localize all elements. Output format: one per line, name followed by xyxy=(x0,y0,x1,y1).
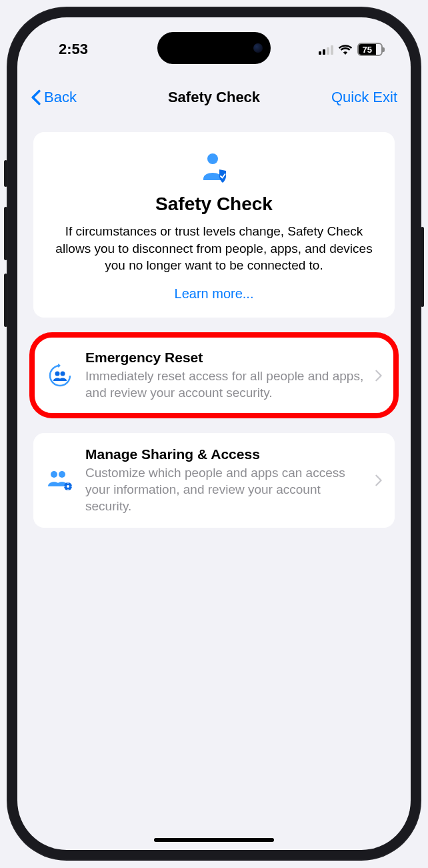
chevron-right-icon xyxy=(375,370,383,382)
svg-point-0 xyxy=(207,153,218,164)
cellular-signal-icon xyxy=(319,45,333,55)
battery-icon: 75 xyxy=(357,43,383,56)
emergency-reset-option[interactable]: Emergency Reset Immediately reset access… xyxy=(33,336,395,414)
chevron-left-icon xyxy=(31,89,41,105)
option-title: Manage Sharing & Access xyxy=(85,446,364,462)
power-button xyxy=(421,227,424,307)
svg-point-3 xyxy=(51,471,57,478)
safety-check-icon xyxy=(49,151,379,185)
manage-sharing-icon xyxy=(45,468,75,493)
wifi-icon xyxy=(338,44,353,55)
svg-point-6 xyxy=(67,485,69,488)
option-title: Emergency Reset xyxy=(85,350,364,366)
svg-point-1 xyxy=(55,371,60,376)
back-button[interactable]: Back xyxy=(31,89,77,106)
back-label: Back xyxy=(44,89,77,106)
home-indicator[interactable] xyxy=(154,838,274,842)
svg-point-2 xyxy=(61,371,65,376)
navigation-bar: Back Safety Check Quick Exit xyxy=(17,79,411,116)
option-description: Immediately reset access for all people … xyxy=(85,368,364,401)
emergency-reset-icon xyxy=(45,362,75,390)
phone-frame: 2:53 75 Back xyxy=(7,7,421,861)
battery-level: 75 xyxy=(359,44,376,55)
screen: 2:53 75 Back xyxy=(17,17,411,850)
svg-point-4 xyxy=(59,471,65,478)
option-description: Customize which people and apps can acce… xyxy=(85,465,364,514)
status-indicators: 75 xyxy=(319,43,383,56)
hero-card: Safety Check If circumstances or trust l… xyxy=(33,132,395,318)
volume-up-button xyxy=(4,207,7,260)
side-button xyxy=(4,160,7,187)
chevron-right-icon xyxy=(375,474,383,486)
volume-down-button xyxy=(4,274,7,327)
dynamic-island xyxy=(157,32,271,64)
learn-more-link[interactable]: Learn more... xyxy=(49,286,379,302)
hero-description: If circumstances or trust levels change,… xyxy=(49,223,379,274)
quick-exit-button[interactable]: Quick Exit xyxy=(331,89,397,106)
page-title: Safety Check xyxy=(168,89,260,106)
hero-title: Safety Check xyxy=(49,193,379,215)
manage-sharing-option[interactable]: Manage Sharing & Access Customize which … xyxy=(33,433,395,528)
content-area: Safety Check If circumstances or trust l… xyxy=(17,124,411,850)
status-time: 2:53 xyxy=(45,41,88,58)
